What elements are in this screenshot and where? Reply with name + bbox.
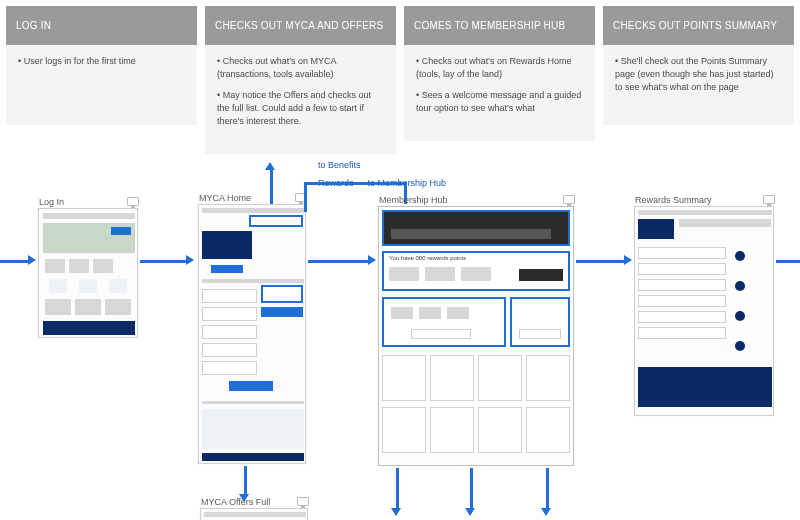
- arrow-head: [28, 255, 36, 265]
- arrow-myca-to-hub: [308, 260, 368, 263]
- step-bullet: Sees a welcome message and a guided tour…: [416, 89, 583, 115]
- arrow-hub-down-2: [470, 468, 473, 508]
- screen-rewards-summary[interactable]: Rewards Summary: [634, 206, 774, 416]
- monitor-icon: [563, 195, 575, 204]
- step-points-summary: CHECKS OUT POINTS SUMMARY She'll check o…: [603, 6, 794, 154]
- step-body: Checks out what's on Rewards Home (tools…: [404, 45, 595, 141]
- step-header: LOG IN: [6, 6, 197, 45]
- monitor-icon: [763, 195, 775, 204]
- arrow-myca-up-benefits: [270, 170, 273, 204]
- arrow-myca-to-offers: [244, 466, 247, 494]
- arrow-summary-right: [776, 260, 800, 263]
- step-body: User logs in for the first time: [6, 45, 197, 125]
- connector-rewards-to-hub-v: [304, 182, 307, 212]
- arrow-hub-down-3: [546, 468, 549, 508]
- arrow-head: [541, 508, 551, 516]
- arrow-hub-down-1: [396, 468, 399, 508]
- step-body: She'll check out the Points Summary page…: [603, 45, 794, 125]
- step-bullet: Checks out what's on Rewards Home (tools…: [416, 55, 583, 81]
- screen-myca-home[interactable]: MYCA Home: [198, 204, 306, 464]
- screen-myca-offers-full[interactable]: MYCA Offers Full: [200, 508, 308, 520]
- journey-steps-row: LOG IN User logs in for the first time C…: [0, 0, 800, 160]
- step-membership-hub: COMES TO MEMBERSHIP HUB Checks out what'…: [404, 6, 595, 154]
- arrow-head: [368, 255, 376, 265]
- arrow-head: [265, 162, 275, 170]
- arrow-head: [186, 255, 194, 265]
- flow-label-to-benefits: to Benefits: [318, 160, 361, 170]
- step-myca: CHECKS OUT MYCA AND OFFERS Checks out wh…: [205, 6, 396, 154]
- step-bullet: User logs in for the first time: [18, 55, 185, 68]
- arrow-head: [391, 508, 401, 516]
- arrow-hub-to-summary: [576, 260, 624, 263]
- step-header: CHECKS OUT POINTS SUMMARY: [603, 6, 794, 45]
- step-header: COMES TO MEMBERSHIP HUB: [404, 6, 595, 45]
- arrow-entry: [0, 260, 28, 263]
- screen-membership-hub[interactable]: Membership Hub You have 000 rewards poin…: [378, 206, 574, 466]
- step-body: Checks out what's on MYCA (transactions,…: [205, 45, 396, 154]
- step-bullet: May notice the Offers and checks out the…: [217, 89, 384, 128]
- screen-title: Membership Hub: [379, 195, 448, 205]
- screen-title: Rewards Summary: [635, 195, 712, 205]
- step-bullet: Checks out what's on MYCA (transactions,…: [217, 55, 384, 81]
- step-bullet: She'll check out the Points Summary page…: [615, 55, 782, 94]
- monitor-icon: [297, 497, 309, 506]
- screen-title: MYCA Offers Full: [201, 497, 270, 507]
- screen-login[interactable]: Log In: [38, 208, 138, 338]
- arrow-head: [465, 508, 475, 516]
- step-login: LOG IN User logs in for the first time: [6, 6, 197, 154]
- screen-title: Log In: [39, 197, 64, 207]
- screen-title: MYCA Home: [199, 193, 251, 203]
- monitor-icon: [127, 197, 139, 206]
- connector-rewards-to-hub: [304, 182, 404, 185]
- arrow-login-to-myca: [140, 260, 186, 263]
- step-header: CHECKS OUT MYCA AND OFFERS: [205, 6, 396, 45]
- arrow-head: [624, 255, 632, 265]
- points-line: You have 000 rewards points: [389, 255, 466, 261]
- flow-diagram: to Benefits Rewards → to Membership Hub …: [0, 148, 800, 520]
